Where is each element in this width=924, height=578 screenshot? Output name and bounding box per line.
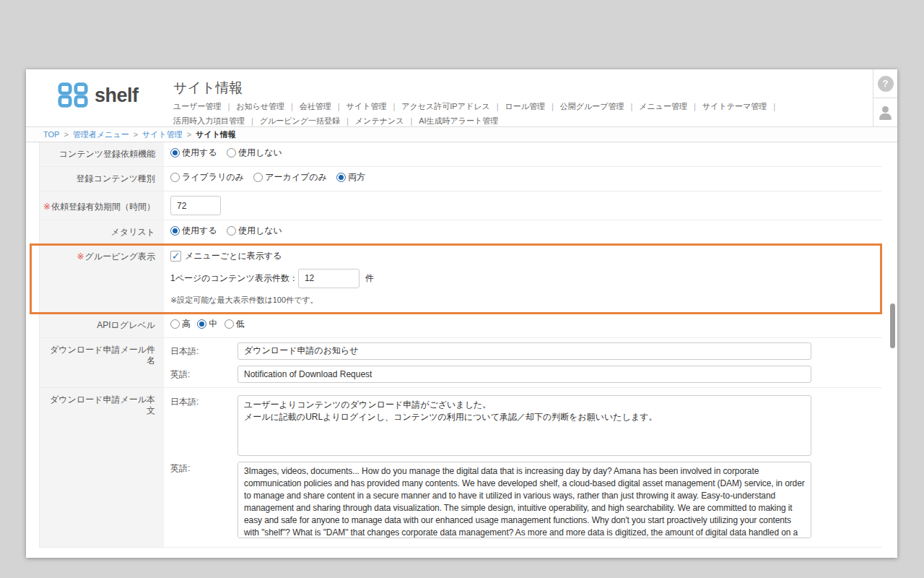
radio-icon	[225, 319, 234, 329]
nav-grouping-bulk[interactable]: グルーピング一括登録	[260, 116, 340, 125]
breadcrumb-top[interactable]: TOP	[43, 130, 59, 139]
row-registered-content-type: 登録コンテンツ種別 ライブラリのみ アーカイブのみ 両方	[40, 167, 882, 191]
ja-sublabel: 日本語:	[170, 342, 237, 360]
per-page-count-label: 1ページのコンテンツ表示件数：	[170, 273, 298, 284]
user-account-button[interactable]	[873, 98, 897, 127]
nav-site-theme-mgmt[interactable]: サイトテーマ管理	[702, 102, 767, 111]
nav-company-mgmt[interactable]: 会社管理	[300, 102, 331, 111]
nav-separator: ｜	[549, 102, 557, 111]
nav-separator: ｜	[494, 102, 502, 111]
admin-nav-row1: ユーザー管理｜お知らせ管理｜会社管理｜サイト管理｜アクセス許可IPアドレス｜ロー…	[173, 100, 782, 112]
required-mark: ※	[43, 202, 51, 212]
radio-icon	[170, 173, 180, 182]
radio-option-low[interactable]: 低	[225, 319, 245, 329]
row-label: 登録コンテンツ種別	[40, 167, 164, 191]
title-block: サイト情報 ユーザー管理｜お知らせ管理｜会社管理｜サイト管理｜アクセス許可IPア…	[173, 79, 782, 126]
row-download-mail-body: ダウンロード申請メール本文 日本語: ユーザーよりコンテンツのダウンロード申請が…	[40, 388, 882, 548]
breadcrumb-separator: >	[187, 130, 191, 139]
shelf-logo-icon	[58, 82, 90, 109]
row-content	[164, 191, 882, 220]
site-settings-form: コンテンツ登録依頼機能 使用する 使用しない 登録コンテンツ種別 ライブラリのみ…	[39, 142, 882, 548]
ja-sublabel: 日本語:	[170, 395, 237, 456]
row-label: ダウンロード申請メール件名	[40, 338, 164, 387]
vertical-scrollbar-thumb[interactable]	[890, 303, 895, 348]
nav-input-item-mgmt[interactable]: 活用時入力項目管理	[173, 116, 245, 125]
logo-text: shelf	[95, 85, 139, 107]
radio-label: ライブラリのみ	[182, 172, 244, 183]
nav-separator: ｜	[390, 102, 398, 111]
radio-icon	[227, 226, 236, 236]
check-icon: ✓	[172, 251, 180, 261]
radio-label: 低	[236, 319, 245, 329]
en-sublabel: 英語:	[170, 462, 237, 538]
page-title: サイト情報	[173, 79, 782, 98]
row-download-mail-subject: ダウンロード申請メール件名 日本語: 英語:	[40, 338, 882, 388]
nav-maintenance[interactable]: メンテナンス	[355, 116, 404, 125]
radio-label: 使用する	[182, 225, 217, 236]
breadcrumb-admin-menu[interactable]: 管理者メニュー	[73, 129, 129, 140]
subject-en-row: 英語:	[170, 366, 882, 383]
help-button[interactable]: ?	[873, 69, 897, 98]
radio-option-library-only[interactable]: ライブラリのみ	[170, 172, 244, 183]
row-label: ダウンロード申請メール本文	[40, 388, 164, 547]
max-count-note: ※設定可能な最大表示件数は100件です。	[170, 295, 882, 306]
row-label: APIログレベル	[40, 314, 164, 337]
checkbox-label: メニューごとに表示する	[185, 251, 282, 262]
breadcrumb-separator: >	[134, 130, 138, 139]
row-content: 使用する 使用しない	[164, 142, 882, 166]
nav-separator: ｜	[288, 102, 296, 111]
radio-label: 高	[182, 319, 191, 329]
shelf-logo[interactable]: shelf	[58, 82, 139, 109]
breadcrumb-site-mgmt[interactable]: サイト管理	[142, 129, 183, 140]
row-grouping-display: ※グルーピング表示 ✓ メニューごとに表示する 1ページのコンテンツ表示件数： …	[40, 245, 882, 314]
mail-body-ja-textarea[interactable]: ユーザーよりコンテンツのダウンロード申請がございました。 メールに記載のURLよ…	[237, 395, 811, 456]
radio-icon	[170, 319, 180, 329]
nav-role-mgmt[interactable]: ロール管理	[505, 102, 545, 111]
required-mark: ※	[77, 251, 84, 262]
admin-nav-row2: 活用時入力項目管理｜グルーピング一括登録｜メンテナンス｜AI生成時アラート管理	[173, 115, 782, 126]
nav-separator: ｜	[770, 102, 778, 111]
radio-option-both[interactable]: 両方	[336, 172, 365, 183]
nav-site-mgmt[interactable]: サイト管理	[346, 102, 387, 111]
mail-body-en-textarea[interactable]: 3Images, videos, documents... How do you…	[237, 462, 811, 538]
app-header: shelf サイト情報 ユーザー管理｜お知らせ管理｜会社管理｜サイト管理｜アクセ…	[26, 69, 897, 127]
radio-option-medium[interactable]: 中	[197, 319, 217, 329]
mail-subject-en-input[interactable]	[237, 366, 811, 383]
radio-icon	[197, 319, 206, 329]
grouping-per-menu-checkbox[interactable]: ✓ メニューごとに表示する	[170, 251, 282, 262]
request-period-input[interactable]	[170, 196, 221, 215]
radio-option-archive-only[interactable]: アーカイブのみ	[253, 172, 327, 183]
per-page-count-line: 1ページのコンテンツ表示件数： 件	[170, 269, 882, 288]
radio-option-high[interactable]: 高	[170, 319, 191, 329]
row-api-log-level: APIログレベル 高 中 低	[40, 314, 882, 338]
body-ja-row: 日本語: ユーザーよりコンテンツのダウンロード申請がございました。 メールに記載…	[170, 395, 882, 456]
nav-public-group-mgmt[interactable]: 公開グループ管理	[560, 102, 624, 111]
radio-option-not-use[interactable]: 使用しない	[227, 147, 282, 158]
checkbox-icon: ✓	[170, 251, 181, 262]
desktop-background: { "colors": { "accent_blue": "#4a90d2", …	[0, 0, 924, 578]
radio-option-not-use[interactable]: 使用しない	[227, 225, 282, 236]
radio-option-use[interactable]: 使用する	[170, 147, 217, 158]
row-label: メタリスト	[40, 220, 164, 244]
nav-user-mgmt[interactable]: ユーザー管理	[173, 102, 222, 111]
row-label: コンテンツ登録依頼機能	[40, 142, 164, 166]
row-label: ※依頼登録有効期間（時間）	[40, 191, 164, 220]
nav-news-mgmt[interactable]: お知らせ管理	[236, 102, 284, 111]
mail-subject-ja-input[interactable]	[237, 342, 811, 360]
radio-icon	[170, 148, 180, 158]
nav-ip-allow[interactable]: アクセス許可IPアドレス	[401, 102, 489, 111]
nav-separator: ｜	[407, 116, 415, 125]
nav-ai-alert-mgmt[interactable]: AI生成時アラート管理	[419, 116, 498, 125]
user-icon	[879, 106, 892, 119]
radio-label: アーカイブのみ	[265, 172, 327, 183]
nav-separator: ｜	[691, 102, 699, 111]
body-en-row: 英語: 3Images, videos, documents... How do…	[170, 462, 882, 538]
row-content: 日本語: 英語:	[164, 338, 882, 387]
nav-separator: ｜	[225, 102, 233, 111]
radio-label: 使用する	[182, 147, 217, 158]
radio-option-use[interactable]: 使用する	[170, 225, 217, 236]
per-page-count-input[interactable]	[298, 269, 359, 288]
row-label-text: 依頼登録有効期間（時間）	[51, 202, 155, 212]
nav-menu-mgmt[interactable]: メニュー管理	[639, 102, 687, 111]
radio-label: 使用しない	[238, 147, 282, 158]
